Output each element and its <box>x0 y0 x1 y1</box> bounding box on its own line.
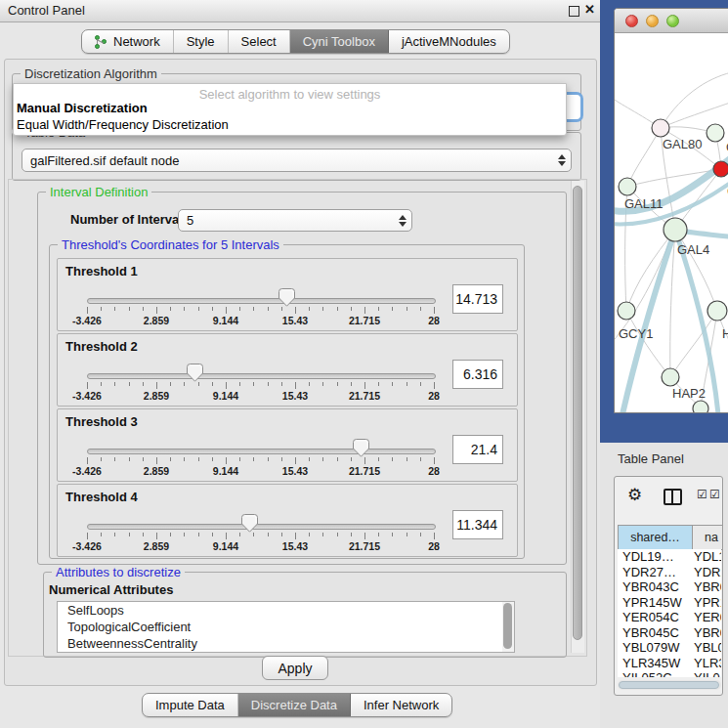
network-node-gcy1[interactable] <box>618 302 635 320</box>
minimize-traffic-light[interactable] <box>646 15 659 27</box>
number-of-intervals-value: 5 <box>187 213 193 228</box>
tab-network[interactable]: Network <box>82 30 174 53</box>
slider-tick <box>129 533 130 536</box>
table-row[interactable]: YBL079WYBL0 <box>618 640 721 656</box>
network-node-c[interactable] <box>713 161 728 177</box>
slider-tick <box>239 457 240 461</box>
checkbox-icon[interactable]: ☑ <box>697 489 707 500</box>
tab-impute-data[interactable]: Impute Data <box>143 694 238 716</box>
number-of-intervals-combobox[interactable]: 5 <box>178 209 412 232</box>
table-data-combobox[interactable]: galFiltered.sif default node <box>21 149 572 172</box>
slider-tick <box>253 533 254 536</box>
cell-shared-name: YBR045C <box>618 625 692 640</box>
checkbox-icon[interactable]: ☑ <box>709 489 720 500</box>
attribute-item-selfloops[interactable]: SelfLoops <box>58 602 514 619</box>
network-node-h[interactable] <box>707 301 727 321</box>
attributes-scrollbar-thumb[interactable] <box>503 603 512 649</box>
horizontal-scrollbar[interactable] <box>618 680 721 690</box>
table-row[interactable]: YIL052CYIL0 <box>618 670 721 677</box>
slider-tick <box>420 533 421 536</box>
slider-tick <box>378 533 379 536</box>
numerical-attributes-heading: Numerical Attributes <box>49 582 173 597</box>
attribute-item-betweennesscentrality[interactable]: BetweennessCentrality <box>58 635 514 652</box>
slider-tick-label: 2.859 <box>144 465 169 477</box>
zoom-traffic-light[interactable] <box>666 15 679 27</box>
slider-tick <box>337 307 338 311</box>
slider-track[interactable] <box>87 524 436 530</box>
threshold-value-field[interactable]: 6.316 <box>452 360 503 389</box>
tab-label: Discretize Data <box>251 698 337 712</box>
slider-tick-label: 21.715 <box>349 390 380 402</box>
network-node-ga[interactable] <box>707 124 724 142</box>
horizontal-scrollbar-thumb[interactable] <box>619 681 719 689</box>
slider-tick <box>226 457 227 464</box>
slider-tick <box>407 533 407 536</box>
slider-tick <box>101 382 102 386</box>
table-row[interactable]: YBR043CYBR0 <box>618 579 721 595</box>
column-header-shared-name[interactable]: shared… <box>618 526 693 549</box>
cell-name: YER0 <box>692 610 721 624</box>
table-row[interactable]: YPR145WYPR1 <box>618 595 721 611</box>
popup-item-equal-width-frequency-discretization[interactable]: Equal Width/Frequency Discretization <box>17 117 229 132</box>
threshold-value-field[interactable]: 11.344 <box>452 510 503 539</box>
close-icon[interactable]: ✕ <box>584 2 595 17</box>
table-row[interactable]: YER054CYER0 <box>618 610 721 625</box>
attribute-item-topologicalcoefficient[interactable]: TopologicalCoefficient <box>58 619 514 635</box>
column-header-name[interactable]: na <box>693 526 723 549</box>
cell-name: YBL0 <box>692 640 721 655</box>
vertical-scrollbar-thumb[interactable] <box>573 186 582 640</box>
table-row[interactable]: YBR045CYBR0 <box>618 625 721 641</box>
tab-style[interactable]: Style <box>174 30 229 53</box>
popup-item-manual-discretization[interactable]: Manual Discretization <box>17 101 148 115</box>
cell-shared-name: YBL079W <box>618 640 692 655</box>
slider-track[interactable] <box>87 298 436 304</box>
tab-infer-network[interactable]: Infer Network <box>351 694 451 716</box>
slider-thumb[interactable] <box>241 514 258 533</box>
table-row[interactable]: YDR27…YDR2 <box>618 565 721 580</box>
cell-shared-name: YDL19… <box>618 549 692 564</box>
close-traffic-light[interactable] <box>625 15 638 27</box>
slider-tick <box>364 533 365 539</box>
tab-label: Cyni Toolbox <box>303 34 375 49</box>
network-node-gal80[interactable] <box>652 119 669 137</box>
slider-tick <box>420 307 421 311</box>
threshold-value-field[interactable]: 14.713 <box>452 284 503 314</box>
network-view-window: GAL80GACGAL11GAL4GCY1HHAP2 <box>614 8 728 413</box>
apply-button[interactable]: Apply <box>262 656 328 680</box>
slider-tick <box>378 307 379 311</box>
slider-tick <box>420 382 421 386</box>
threshold-value-field[interactable]: 21.4 <box>452 435 503 464</box>
attributes-scrollbar[interactable] <box>502 602 514 652</box>
cell-shared-name: YLR345W <box>618 656 692 670</box>
float-window-icon[interactable] <box>569 6 579 17</box>
network-node[interactable] <box>693 401 708 413</box>
tab-discretize-data[interactable]: Discretize Data <box>238 694 351 716</box>
slider-tick <box>170 533 171 536</box>
node-table-window: ⚙ ☑ ☑ shared… na YDL19…YDL1YDR27…YDR2YBR… <box>614 476 723 696</box>
network-canvas[interactable]: GAL80GACGAL11GAL4GCY1HHAP2 <box>615 32 728 413</box>
slider-track[interactable] <box>87 449 436 454</box>
vertical-scrollbar[interactable] <box>571 181 584 653</box>
gear-icon[interactable]: ⚙ <box>627 487 642 503</box>
table-row[interactable]: YLR345WYLR3 <box>618 656 721 671</box>
slider-tick <box>239 533 240 536</box>
slider-tick <box>295 457 296 464</box>
columns-icon[interactable] <box>664 489 682 505</box>
slider-tick <box>281 457 282 461</box>
slider-thumb[interactable] <box>187 364 203 382</box>
network-node-gal11[interactable] <box>619 178 636 195</box>
tab-jactivemnodules[interactable]: jActiveMNodules <box>389 30 509 53</box>
slider-thumb[interactable] <box>353 439 369 457</box>
slider-tick <box>143 457 144 461</box>
network-node-gal4[interactable] <box>664 218 687 241</box>
slider-tick <box>281 382 282 386</box>
slider-track[interactable] <box>87 373 436 379</box>
tab-cyni-toolbox[interactable]: Cyni Toolbox <box>290 30 389 53</box>
tab-select[interactable]: Select <box>229 30 290 53</box>
table-row[interactable]: YDL19…YDL1 <box>618 549 721 565</box>
combo-stepper-icon <box>558 150 566 171</box>
numerical-attributes-list[interactable]: SelfLoopsTopologicalCoefficientBetweenne… <box>57 601 515 653</box>
tab-label: jActiveMNodules <box>402 34 496 49</box>
slider-thumb[interactable] <box>278 288 295 307</box>
network-node-hap2[interactable] <box>662 368 679 386</box>
